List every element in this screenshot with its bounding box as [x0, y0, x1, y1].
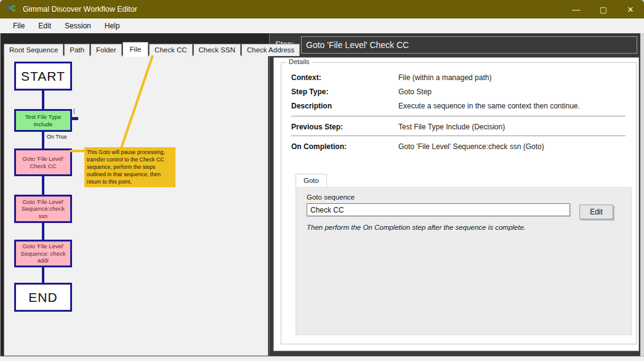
step-title-box: Goto 'File Level' Check CC [301, 36, 637, 54]
detail-label-on-completion: On Completion: [291, 142, 347, 151]
detail-value-on-completion: Goto 'File Level' Sequence:check ssn (Go… [398, 142, 544, 151]
clipped-branch-label: ( [73, 108, 75, 114]
on-completion-note: Then perform the On Completion step afte… [307, 224, 526, 231]
detail-value-previous-step: Test File Type Include (Decision) [398, 123, 505, 131]
node-test-file-type[interactable]: Test File Type Include [14, 109, 72, 132]
detail-label-previous-step: Previous Step: [291, 123, 343, 131]
window-title: Gimmal Discover Workflow Editor [23, 5, 137, 14]
connector [42, 176, 44, 195]
details-groupbox: Details Context: File (within a managed … [281, 62, 637, 344]
goto-tab-page: Goto sequence Edit Then perform the On C… [296, 187, 632, 335]
flowchart-canvas: ( START Test File Type Include On True G… [4, 55, 268, 356]
step-content-panel: Details Context: File (within a managed … [273, 57, 639, 351]
clipped-branch-connector [72, 117, 78, 120]
tab-path[interactable]: Path [64, 44, 90, 56]
detail-label-context: Context: [291, 73, 321, 82]
edge-label-on-true: On True [47, 134, 67, 140]
step-detail-region: Step: Goto 'File Level' Check CC Details… [270, 33, 640, 356]
detail-value-context: File (within a managed path) [398, 73, 491, 82]
sequence-editor-panel: Root Sequence Path Folder File Check CC … [4, 37, 268, 356]
tab-check-ssn[interactable]: Check SSN [193, 44, 241, 56]
connector [42, 132, 44, 148]
detail-value-step-type: Goto Step [398, 87, 432, 96]
menu-file[interactable]: File [6, 20, 31, 32]
minimize-button[interactable]: — [563, 0, 590, 18]
step-title: Goto 'File Level' Check CC [306, 40, 409, 50]
window-right-border [640, 33, 644, 356]
tab-goto[interactable]: Goto [296, 174, 327, 187]
window-bottom-border [0, 356, 644, 361]
tab-check-address[interactable]: Check Address [241, 44, 300, 56]
menu-bar: File Edit Session Help [0, 18, 644, 33]
details-separator [291, 116, 626, 118]
detail-label-step-type: Step Type: [291, 87, 328, 96]
goto-sequence-label: Goto sequence [307, 193, 355, 201]
app-window: Gimmal Discover Workflow Editor — ▢ ✕ Fi… [0, 0, 644, 361]
node-goto-check-cc[interactable]: Goto 'File Level' Check CC [14, 148, 72, 176]
window-controls: — ▢ ✕ [563, 0, 644, 18]
connector [42, 91, 44, 109]
menu-edit[interactable]: Edit [31, 20, 58, 32]
edit-button[interactable]: Edit [579, 205, 613, 219]
node-end[interactable]: END [14, 283, 72, 312]
tab-root-sequence[interactable]: Root Sequence [4, 44, 63, 56]
node-goto-check-addr[interactable]: Goto 'File Level' Sequence: check addr [14, 240, 72, 267]
sequence-tabstrip: Root Sequence Path Folder File Check CC … [4, 41, 300, 56]
title-bar: Gimmal Discover Workflow Editor — ▢ ✕ [0, 0, 644, 18]
menu-session[interactable]: Session [58, 20, 98, 32]
menu-help[interactable]: Help [98, 20, 127, 32]
annotation-tooltip: This Goto will pause processing, transfe… [84, 147, 175, 187]
app-icon [7, 4, 17, 14]
details-legend: Details [286, 58, 312, 65]
maximize-button[interactable]: ▢ [590, 0, 617, 18]
connector [42, 267, 44, 283]
tab-check-cc[interactable]: Check CC [149, 44, 192, 56]
tab-file[interactable]: File [123, 42, 149, 57]
goto-sequence-input[interactable] [307, 203, 570, 216]
close-button[interactable]: ✕ [617, 0, 644, 18]
detail-label-description: Description [291, 102, 332, 110]
details-separator [291, 136, 626, 138]
connector [42, 223, 44, 240]
node-start[interactable]: START [14, 62, 72, 91]
node-goto-check-ssn[interactable]: Goto 'File Level' Sequence:check ssn [14, 195, 72, 223]
tab-folder[interactable]: Folder [91, 44, 122, 56]
detail-value-description: Execute a sequence in the same context t… [398, 102, 580, 110]
